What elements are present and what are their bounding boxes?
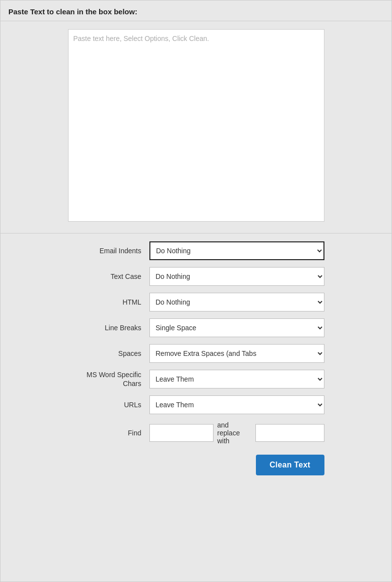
email-indents-row: Email Indents Do Nothing Remove Indents [68,241,324,260]
find-label: Find [68,429,149,437]
urls-label: URLs [68,400,149,409]
urls-select[interactable]: Leave Them Remove URLs Hyperlink URLs [149,395,324,414]
app-container: Paste Text to clean in the box below: Em… [0,0,392,582]
ms-word-label: MS Word Specific Chars [68,370,149,388]
line-breaks-select[interactable]: Do Nothing Single Space Double Space Rem… [149,318,324,337]
spaces-select[interactable]: Do Nothing Remove Extra Spaces (and Tabs… [149,344,324,363]
find-replace-row: Find and replace with [68,421,324,445]
form-section: Email Indents Do Nothing Remove Indents … [0,241,392,485]
separator [0,233,392,233]
text-input[interactable] [68,29,324,222]
line-breaks-label: Line Breaks [68,323,149,332]
text-case-row: Text Case Do Nothing Lower Case Upper Ca… [68,267,324,286]
textarea-wrapper [68,29,324,223]
spaces-row: Spaces Do Nothing Remove Extra Spaces (a… [68,344,324,363]
header: Paste Text to clean in the box below: [0,0,392,21]
find-input[interactable] [149,424,214,442]
clean-text-button[interactable]: Clean Text [256,455,324,475]
header-title: Paste Text to clean in the box below: [8,7,137,16]
replace-input[interactable] [255,424,324,442]
html-select[interactable]: Do Nothing Remove HTML Tags Encode HTML [149,293,324,311]
html-row: HTML Do Nothing Remove HTML Tags Encode … [68,293,324,311]
main-content: Email Indents Do Nothing Remove Indents … [0,21,392,582]
ms-word-select[interactable]: Leave Them Remove Them Replace With ASCI… [149,370,324,388]
email-indents-select[interactable]: Do Nothing Remove Indents [149,241,324,260]
text-case-label: Text Case [68,272,149,281]
html-label: HTML [68,298,149,307]
text-case-select[interactable]: Do Nothing Lower Case Upper Case Title C… [149,267,324,286]
and-replace-label: and replace with [217,421,251,445]
button-row: Clean Text [68,455,324,475]
email-indents-label: Email Indents [68,246,149,255]
spaces-label: Spaces [68,349,149,358]
urls-row: URLs Leave Them Remove URLs Hyperlink UR… [68,395,324,414]
ms-word-row: MS Word Specific Chars Leave Them Remove… [68,370,324,388]
line-breaks-row: Line Breaks Do Nothing Single Space Doub… [68,318,324,337]
